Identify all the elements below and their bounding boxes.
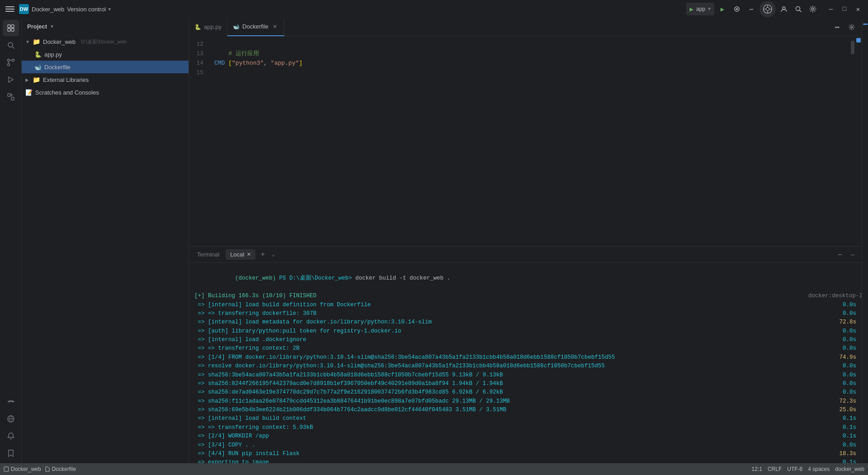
- tab-app-py[interactable]: 🐍 app.py: [189, 18, 227, 36]
- t1-text: => [internal] load build definition from…: [194, 301, 371, 309]
- tab-dockerfile[interactable]: 🐋 Dockerfile ✕: [227, 18, 284, 36]
- activity-bar: [0, 18, 22, 463]
- tab-label-dockerfile: Dockerfile: [242, 23, 269, 30]
- t14-time: 0.1s: [843, 414, 856, 423]
- sidebar: Project ▼ ▼ 📁 Docker_web D:\桌面\Docker_we…: [22, 18, 189, 463]
- cmd-comma: ,: [264, 59, 271, 68]
- t7-time: 74.9s: [839, 353, 856, 362]
- svg-point-29: [851, 26, 853, 28]
- hamburger-icon: [5, 5, 14, 14]
- status-file[interactable]: Dockerfile: [45, 466, 76, 472]
- run-app-button[interactable]: ▶ app ▼: [686, 3, 714, 15]
- settings-button[interactable]: [807, 3, 819, 15]
- editor-terminal-split: 12 13 14 15 # 运行应用 CMD [ "python3": [189, 36, 862, 463]
- svg-point-18: [7, 59, 9, 62]
- maximize-button[interactable]: □: [838, 3, 851, 15]
- hamburger-button[interactable]: [4, 3, 16, 15]
- tree-item-scratches[interactable]: 📝 Scratches and Consoles: [22, 86, 189, 99]
- activity-search[interactable]: [3, 37, 19, 53]
- term-line-1: => [internal] load build definition from…: [194, 301, 856, 309]
- term-line-7: => [1/4] FROM docker.io/library/python:3…: [194, 353, 856, 362]
- run-chevron: ▼: [708, 7, 711, 12]
- svg-rect-15: [11, 28, 14, 31]
- pilot-icon-button[interactable]: [760, 1, 776, 17]
- status-bar: Docker_web Dockerfile 12:1 CRLF UTF-8 4 …: [0, 463, 868, 475]
- activity-debug[interactable]: [3, 71, 19, 88]
- status-encoding-crlf[interactable]: CRLF: [768, 466, 782, 472]
- tab-close-dockerfile[interactable]: ✕: [271, 23, 278, 30]
- terminal-tab-local[interactable]: Local ✕: [226, 249, 255, 260]
- tree-item-dockerfile[interactable]: 🐋 Dockerfile: [22, 61, 189, 73]
- run-button[interactable]: ▶: [716, 3, 729, 15]
- status-encoding-utf8[interactable]: UTF-8: [787, 466, 802, 472]
- search-button[interactable]: [792, 3, 805, 15]
- status-docker-label[interactable]: docker_web: [835, 466, 864, 472]
- editor-content-area: 12 13 14 15 # 运行应用 CMD [ "python3": [189, 36, 862, 246]
- cmd-space: [225, 59, 228, 68]
- activity-extensions[interactable]: [3, 89, 19, 105]
- activity-notifications[interactable]: [3, 428, 19, 444]
- file-label-app-py: app.py: [44, 51, 62, 58]
- term-line-10: => sha256:8244f266195f442379acd0e7d8918b…: [194, 380, 856, 388]
- t8-time: 0.0s: [843, 362, 856, 370]
- activity-explorer[interactable]: [3, 20, 19, 36]
- editor-scrollbar[interactable]: [850, 36, 855, 246]
- activity-git[interactable]: [3, 54, 19, 71]
- tab-icon-dockerfile: 🐋: [233, 24, 240, 30]
- t5-time: 0.0s: [843, 336, 856, 344]
- t17-text: => [3/4] COPY . .: [194, 441, 255, 450]
- activity-docker[interactable]: [3, 394, 19, 410]
- t6-time: 0.0s: [843, 344, 856, 353]
- status-indent[interactable]: 4 spaces: [808, 466, 830, 472]
- version-control-button[interactable]: Version control ▼: [67, 6, 112, 13]
- more-options-button[interactable]: ⋯: [745, 3, 758, 15]
- status-right: 12:1 CRLF UTF-8 4 spaces docker_web: [752, 466, 864, 472]
- status-crlf-label: CRLF: [768, 466, 782, 472]
- status-project[interactable]: Docker_web: [4, 466, 41, 472]
- svg-point-20: [7, 64, 9, 66]
- activity-bookmarks[interactable]: [3, 445, 19, 461]
- tree-item-external-libraries[interactable]: ▶ 📁 External Libraries: [22, 73, 189, 86]
- sidebar-title: Project: [27, 23, 47, 30]
- code-area[interactable]: # 运行应用 CMD [ "python3" , "app.py" ]: [207, 36, 850, 246]
- svg-line-17: [12, 47, 14, 48]
- terminal-split-button[interactable]: ⌄: [270, 249, 277, 260]
- account-button[interactable]: [778, 3, 790, 15]
- tab-bar: 🐍 app.py 🐋 Dockerfile ✕ ⋯: [189, 18, 862, 36]
- tree-item-docker-web[interactable]: ▼ 📁 Docker_web D:\桌面\Docker_web: [22, 35, 189, 48]
- term-line-13: => sha256:69e5b4b3ee6224b21b006ddf334b06…: [194, 406, 856, 414]
- minimize-button[interactable]: —: [825, 3, 837, 15]
- folder-arrow-docker-web: ▼: [25, 39, 31, 44]
- svg-point-8: [783, 7, 785, 10]
- terminal-content[interactable]: (docker_web) PS D:\桌面\Docker_web> docker…: [189, 263, 862, 463]
- file-label-dockerfile: Dockerfile: [44, 64, 71, 71]
- svg-marker-21: [9, 77, 13, 82]
- editor-settings-button[interactable]: [845, 21, 858, 33]
- t14-text: => [internal] load build context: [194, 414, 307, 423]
- svg-rect-14: [8, 28, 10, 31]
- t3-text: => [internal] load metadata for docker.i…: [194, 318, 432, 327]
- t15-text: => => transferring context: 5.93kB: [194, 423, 313, 432]
- terminal-add-button[interactable]: +: [257, 249, 268, 260]
- debug-button[interactable]: [731, 3, 743, 15]
- local-tab-label: Local: [230, 251, 244, 258]
- close-window-button[interactable]: ✕: [852, 3, 864, 15]
- term-line-17: => [3/4] COPY . .0.0s: [194, 441, 856, 450]
- term-line-11: => sha256:de7ad0463e19e374770dc29d7c7b77…: [194, 388, 856, 397]
- term-line-prompt: (docker_web) PS D:\桌面\Docker_web> docker…: [194, 266, 856, 292]
- terminal-tab-terminal[interactable]: Terminal: [193, 249, 224, 260]
- terminal-minimize-button[interactable]: —: [847, 249, 858, 260]
- tree-item-app-py[interactable]: 🐍 app.py: [22, 48, 189, 61]
- editor-area: 🐍 app.py 🐋 Dockerfile ✕ ⋯: [189, 18, 862, 463]
- code-comment-13: # 运行应用: [214, 49, 259, 59]
- terminal-more-button[interactable]: ⋯: [835, 249, 845, 260]
- t17-time: 0.0s: [843, 441, 856, 450]
- term-line-8: => resolve docker.io/library/python:3.10…: [194, 362, 856, 370]
- line-numbers: 12 13 14 15: [189, 36, 207, 246]
- activity-remote[interactable]: [3, 411, 19, 427]
- status-position[interactable]: 12:1: [752, 466, 762, 472]
- local-tab-close[interactable]: ✕: [247, 252, 251, 257]
- term-building: [+] Building 166.3s (10/10) FINISHED: [194, 292, 316, 300]
- editor-more-button[interactable]: ⋯: [831, 21, 844, 33]
- line-num-13: 13: [189, 49, 203, 59]
